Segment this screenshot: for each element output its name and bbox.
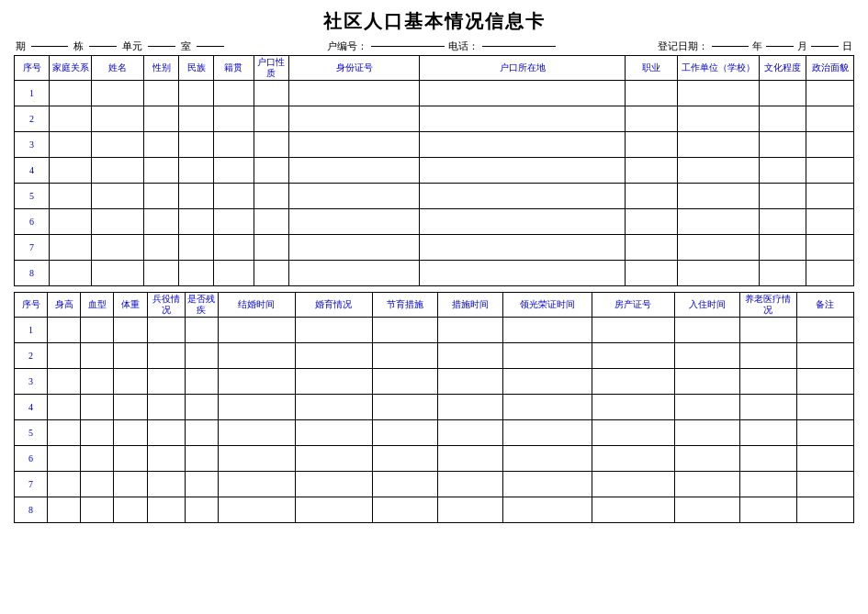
table1-cell[interactable] — [288, 261, 420, 286]
table2-cell[interactable]: 1 — [15, 318, 48, 343]
table2-cell[interactable] — [437, 497, 502, 523]
table1-cell[interactable] — [759, 132, 806, 158]
table1-cell[interactable] — [288, 106, 420, 132]
table1-cell[interactable] — [214, 106, 254, 132]
table2-cell[interactable] — [185, 395, 218, 420]
table2-cell[interactable] — [48, 369, 81, 395]
table1-cell[interactable] — [254, 81, 288, 106]
table2-cell[interactable] — [674, 472, 739, 497]
table1-cell[interactable] — [92, 184, 144, 209]
table1-cell[interactable] — [420, 184, 626, 209]
table1-cell[interactable] — [420, 209, 626, 235]
table1-cell[interactable] — [144, 235, 179, 261]
table1-cell[interactable] — [144, 106, 179, 132]
table2-cell[interactable] — [114, 395, 147, 420]
table2-cell[interactable] — [219, 497, 296, 523]
table1-cell[interactable] — [759, 158, 806, 184]
table1-cell[interactable] — [50, 184, 92, 209]
table2-cell[interactable] — [48, 395, 81, 420]
table1-cell[interactable] — [179, 106, 214, 132]
table1-cell[interactable] — [179, 184, 214, 209]
table2-cell[interactable] — [185, 472, 218, 497]
table1-cell[interactable] — [214, 81, 254, 106]
table1-cell[interactable] — [806, 158, 854, 184]
table2-cell[interactable] — [295, 472, 372, 497]
table2-cell[interactable] — [48, 497, 81, 523]
table1-cell[interactable] — [92, 261, 144, 286]
table2-cell[interactable] — [372, 472, 437, 497]
table1-cell[interactable]: 5 — [15, 184, 50, 209]
table2-cell[interactable] — [502, 369, 592, 395]
table2-cell[interactable] — [437, 369, 502, 395]
table1-cell[interactable] — [626, 106, 678, 132]
table1-cell[interactable] — [626, 209, 678, 235]
table2-cell[interactable] — [437, 446, 502, 472]
table1-cell[interactable] — [420, 261, 626, 286]
table2-cell[interactable] — [437, 343, 502, 369]
table2-cell[interactable] — [437, 472, 502, 497]
table1-cell[interactable] — [420, 132, 626, 158]
table1-cell[interactable]: 2 — [15, 106, 50, 132]
table1-cell[interactable] — [626, 184, 678, 209]
table1-cell[interactable] — [678, 209, 759, 235]
table2-cell[interactable] — [147, 369, 185, 395]
table1-cell[interactable] — [759, 235, 806, 261]
table1-cell[interactable] — [254, 261, 288, 286]
table2-cell[interactable] — [219, 395, 296, 420]
table2-cell[interactable] — [295, 497, 372, 523]
table2-cell[interactable] — [739, 343, 796, 369]
table2-cell[interactable] — [147, 318, 185, 343]
table2-cell[interactable]: 5 — [15, 420, 48, 446]
table1-cell[interactable] — [759, 209, 806, 235]
table1-cell[interactable] — [254, 158, 288, 184]
table1-cell[interactable]: 8 — [15, 261, 50, 286]
table1-cell[interactable] — [179, 158, 214, 184]
table1-cell[interactable] — [179, 81, 214, 106]
table1-cell[interactable] — [92, 81, 144, 106]
table1-cell[interactable] — [626, 261, 678, 286]
table2-cell[interactable] — [796, 420, 853, 446]
table1-cell[interactable] — [626, 235, 678, 261]
table2-cell[interactable] — [372, 420, 437, 446]
table1-cell[interactable] — [759, 106, 806, 132]
table2-cell[interactable] — [592, 318, 674, 343]
table2-cell[interactable] — [796, 395, 853, 420]
table1-cell[interactable] — [214, 132, 254, 158]
table2-cell[interactable] — [147, 395, 185, 420]
table1-cell[interactable] — [678, 132, 759, 158]
table2-cell[interactable]: 2 — [15, 343, 48, 369]
table1-cell[interactable] — [179, 132, 214, 158]
table1-cell[interactable] — [144, 209, 179, 235]
table2-cell[interactable] — [295, 420, 372, 446]
table2-cell[interactable] — [48, 420, 81, 446]
table1-cell[interactable] — [92, 158, 144, 184]
table1-cell[interactable] — [759, 81, 806, 106]
table2-cell[interactable] — [48, 318, 81, 343]
table2-cell[interactable] — [372, 318, 437, 343]
table2-cell[interactable] — [437, 395, 502, 420]
table2-cell[interactable] — [185, 497, 218, 523]
table2-cell[interactable] — [185, 420, 218, 446]
table1-cell[interactable] — [144, 184, 179, 209]
table2-cell[interactable] — [674, 497, 739, 523]
table2-cell[interactable] — [372, 497, 437, 523]
table2-cell[interactable]: 8 — [15, 497, 48, 523]
table2-cell[interactable] — [437, 420, 502, 446]
table2-cell[interactable] — [81, 446, 114, 472]
table2-cell[interactable] — [219, 343, 296, 369]
table2-cell[interactable] — [147, 343, 185, 369]
table2-cell[interactable] — [114, 420, 147, 446]
table2-cell[interactable] — [219, 472, 296, 497]
table2-cell[interactable] — [114, 318, 147, 343]
table1-cell[interactable] — [806, 106, 854, 132]
table2-cell[interactable] — [796, 343, 853, 369]
table1-cell[interactable] — [626, 81, 678, 106]
table2-cell[interactable] — [437, 318, 502, 343]
table2-cell[interactable] — [81, 369, 114, 395]
table2-cell[interactable] — [502, 472, 592, 497]
table2-cell[interactable] — [219, 420, 296, 446]
table2-cell[interactable] — [592, 369, 674, 395]
table1-cell[interactable]: 1 — [15, 81, 50, 106]
table1-cell[interactable] — [214, 235, 254, 261]
table2-cell[interactable] — [295, 318, 372, 343]
